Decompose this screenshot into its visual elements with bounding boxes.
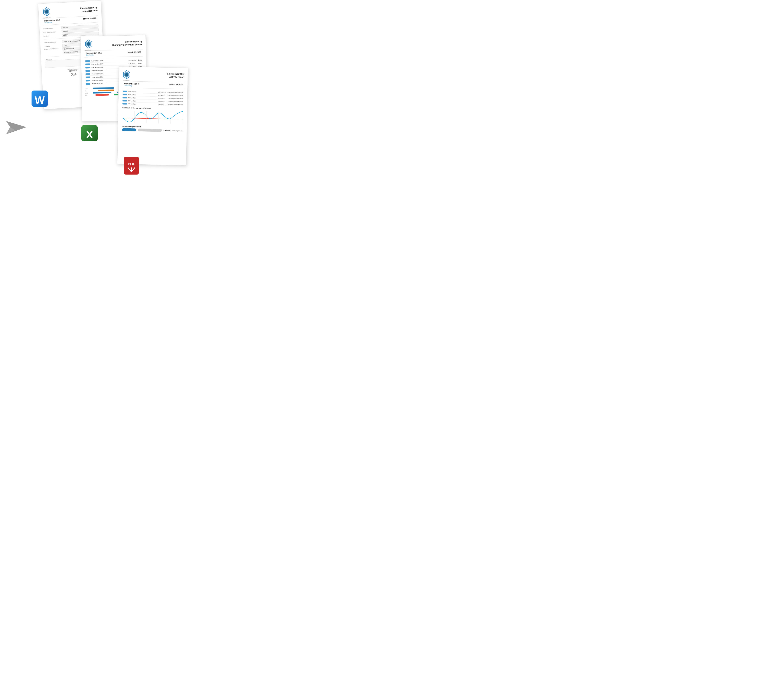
svg-text:X: X (86, 129, 93, 140)
check-bar (85, 64, 90, 65)
wave-svg (122, 109, 183, 125)
main-scene: COMPANY Electro-NextCity Inspector form … (0, 0, 203, 183)
activity-company-logo: COMPANY (122, 70, 131, 79)
check-bar (86, 77, 90, 78)
company-logo: COMPANY (42, 7, 51, 16)
inspector-form-title: Electro-NextCity Inspector form (53, 6, 98, 15)
gantt-label: Mon (85, 88, 90, 89)
activity-result: Conformity inspection OK (167, 101, 183, 102)
check-date: 03/14/2023 (129, 62, 136, 64)
svg-text:PDF: PDF (128, 162, 135, 166)
activity-form-title: Electro-NextCity Activity report (133, 72, 184, 79)
summary-form-header: COMPANY Electro-NextCity Summary perform… (84, 39, 143, 49)
activity-date: 03/15/2023 (158, 98, 165, 99)
inspections-blue-bar (122, 128, 136, 131)
inspections-gray-bar (138, 129, 162, 132)
activity-name: Intervention (128, 103, 158, 105)
check-bar (85, 70, 90, 72)
inspector-fields: Inspection area 235345 Date of intervent… (43, 24, 99, 38)
activity-name: Intervention (128, 91, 158, 93)
check-name: Intervention 29-A (91, 63, 129, 65)
svg-text:W: W (34, 94, 45, 106)
check-bar (86, 80, 90, 82)
activity-name: Intervention (128, 97, 158, 99)
activity-bar (122, 96, 127, 98)
gantt-bar (95, 94, 109, 96)
send-arrow-icon (4, 120, 26, 138)
activity-rows-container: Intervention 03/13/2023 Conformity inspe… (122, 90, 184, 106)
activity-name: Intervention (128, 94, 158, 96)
svg-line-15 (183, 112, 183, 124)
summary-company-logo: COMPANY (84, 39, 93, 49)
wave-chart: Summary of the performed checks (121, 106, 184, 125)
word-icon[interactable]: W (31, 90, 49, 108)
activity-date: 03/14/2023 (158, 95, 165, 96)
check-status: Done (138, 59, 142, 61)
check-bar (85, 60, 90, 62)
activity-date: 03/16/2023 (158, 101, 165, 102)
gantt-label: Wed (85, 92, 90, 94)
signature-graphic: 𝓡𝓭 (70, 72, 76, 77)
activity-result: Conformity inspection OK (167, 91, 183, 93)
inspector-form-header: COMPANY Electro-NextCity Inspector form (42, 5, 98, 16)
gantt-label: Thu (85, 95, 90, 96)
check-date: 03/13/2023 (129, 59, 136, 61)
excel-icon[interactable]: X (80, 124, 99, 142)
activity-bar (122, 103, 127, 105)
activity-result: Conformity inspection OK (167, 104, 183, 105)
activity-name: Intervention (128, 100, 158, 102)
activity-date: 03/13/2023 (158, 91, 166, 93)
activity-form-doc: COMPANY Electro-NextCity Activity report… (117, 67, 188, 165)
activity-bar (122, 93, 127, 95)
inspections-bar-row: + 4.312 % Total inspections (122, 128, 183, 132)
gantt-bar (98, 90, 114, 91)
activity-form-header: COMPANY Electro-NextCity Activity report (122, 70, 185, 80)
check-bar (86, 73, 90, 75)
check-bar (85, 67, 90, 69)
activity-bar (122, 90, 127, 92)
activity-result: Conformity inspection OK (167, 98, 183, 99)
check-name: Intervention 29-A (91, 59, 129, 62)
activity-date: 03/17/2023 (158, 104, 165, 105)
gantt-bar (93, 92, 111, 93)
gantt-bar (93, 87, 114, 89)
activity-bar (122, 100, 127, 101)
summary-company-label: COMPANY (85, 49, 93, 51)
summary-form-title: Electro-NextCity Summary performed check… (95, 40, 143, 47)
activity-subheader: Intervention 29-A Conforming March 20,20… (122, 81, 184, 89)
check-status: Done (138, 62, 142, 64)
activity-result: Conformity inspection OK (167, 95, 183, 96)
inspections-section: Inspections performed + 4.312 % Total in… (121, 125, 183, 132)
activity-company-label: COMPANY (122, 80, 131, 82)
gantt-label: Tue (85, 90, 90, 91)
check-bar (86, 83, 90, 85)
pdf-icon[interactable]: PDF (124, 157, 139, 175)
